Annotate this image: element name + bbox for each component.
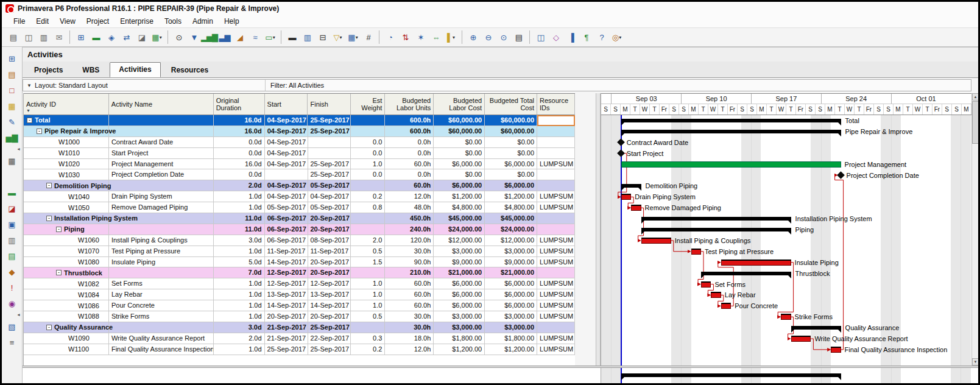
timescale-day-label[interactable]: T — [855, 104, 864, 115]
cell-start[interactable]: 05-Sep-2017 — [265, 202, 308, 213]
folders-icon[interactable]: ▦ — [5, 99, 19, 113]
timescale-day-label[interactable]: S — [601, 104, 611, 115]
cell-activity_name[interactable] — [109, 267, 214, 278]
cell-activity_id[interactable]: W1080 — [24, 257, 109, 268]
cell-original_duration[interactable]: 1.0d — [214, 246, 265, 257]
cell-budgeted_total_cost[interactable]: $6,000.00 — [485, 300, 537, 311]
cell-resource_ids[interactable] — [537, 115, 575, 126]
cell-budgeted_total_cost[interactable]: $0.00 — [485, 137, 537, 148]
column-header-resource_ids[interactable]: Resource IDs — [537, 94, 575, 115]
cell-activity_id[interactable]: W1070 — [24, 246, 109, 257]
cell-activity_id[interactable]: W1090 — [24, 333, 109, 344]
cell-finish[interactable]: 25-Sep-2017 — [308, 344, 351, 355]
cell-activity_id[interactable]: W1040 — [24, 191, 109, 202]
cell-activity_id[interactable]: W1010 — [24, 148, 109, 159]
cell-original_duration[interactable]: 16.0d — [214, 159, 265, 170]
table-row[interactable]: -Piping11.0d06-Sep-201720-Sep-2017240.0h… — [24, 224, 575, 235]
cell-activity_name[interactable] — [109, 180, 214, 191]
cell-activity_name[interactable] — [109, 126, 214, 137]
expenses-icon[interactable]: ▤ — [5, 249, 19, 263]
cell-start[interactable]: 04-Sep-2017 — [265, 191, 308, 202]
cell-resource_ids[interactable] — [537, 169, 575, 180]
cell-budgeted_total_cost[interactable]: $1,200.00 — [485, 344, 537, 355]
timescale-day-label[interactable]: S — [738, 104, 747, 115]
cell-activity_id[interactable]: W1050 — [24, 202, 109, 213]
timescale-week-label[interactable]: Oct 01 — [891, 94, 961, 104]
cell-budgeted_total_cost[interactable]: $24,000.00 — [485, 224, 537, 235]
cell-activity_name[interactable]: Drain Piping System — [109, 191, 214, 202]
cell-activity_id[interactable]: -Pipe Repair & Improve — [24, 126, 109, 137]
timescale-day-label[interactable]: T — [786, 104, 796, 115]
issues-icon[interactable]: ! — [5, 280, 19, 295]
cell-budgeted_total_cost[interactable]: $4,800.00 — [485, 202, 537, 213]
layout-selector[interactable]: ▼ Layout: Standard Layout — [23, 80, 266, 91]
cell-start[interactable]: 06-Sep-2017 — [265, 235, 308, 246]
pane-splitter[interactable] — [596, 93, 601, 366]
cell-budgeted_labor_units[interactable]: 120.0h — [385, 235, 434, 246]
cell-budgeted_labor_cost[interactable]: $6,000.00 — [434, 278, 485, 289]
timescale-day-label[interactable]: T — [718, 104, 728, 115]
cell-budgeted_labor_cost[interactable]: $1,200.00 — [434, 191, 485, 202]
cell-activity_id[interactable]: W1060 — [24, 235, 109, 246]
publish-icon[interactable]: ✉ — [51, 30, 66, 45]
cell-activity_id[interactable]: -Thrustblock — [24, 267, 109, 278]
collapse-left-icon[interactable]: ◄ — [2, 311, 22, 319]
scroll-down-icon[interactable]: ▼ — [972, 358, 979, 366]
cell-activity_id[interactable]: -Total — [24, 115, 109, 126]
resources-window-icon[interactable]: ▬ — [5, 185, 19, 200]
cell-finish[interactable]: 25-Sep-2017 — [308, 159, 351, 170]
cell-activity_name[interactable]: Remove Damaged Piping — [109, 202, 214, 213]
cell-activity_id[interactable]: W1084 — [24, 289, 109, 300]
print-icon[interactable]: ▤ — [5, 30, 21, 45]
column-header-budgeted_labor_units[interactable]: Budgeted Labor Units — [385, 94, 434, 115]
cell-activity_id[interactable]: -Quality Assurance — [24, 322, 109, 333]
gantt-bar-task[interactable] — [701, 281, 711, 288]
cell-finish[interactable]: 20-Sep-2017 — [308, 311, 351, 322]
cell-est_weight[interactable] — [351, 322, 385, 333]
cell-budgeted_total_cost[interactable]: $1,200.00 — [485, 191, 537, 202]
cell-budgeted_labor_units[interactable]: 600.0h — [385, 115, 434, 126]
cell-finish[interactable]: 04-Sep-2017 — [308, 191, 351, 202]
cell-budgeted_labor_cost[interactable]: $3,000.00 — [434, 322, 485, 333]
timescale-day-label[interactable]: M — [689, 104, 699, 115]
cell-activity_id[interactable]: W1082 — [24, 278, 109, 289]
cell-activity_name[interactable]: Write Quality Assurance Report — [109, 333, 214, 344]
cell-activity_name[interactable] — [109, 115, 214, 126]
gantt-bar-summary[interactable] — [791, 326, 841, 330]
cell-start[interactable]: 06-Sep-2017 — [265, 213, 308, 224]
cell-budgeted_labor_units[interactable]: 60.0h — [385, 180, 434, 191]
gantt-bar-summary[interactable] — [701, 272, 791, 275]
cell-budgeted_labor_cost[interactable]: $6,000.00 — [434, 159, 485, 170]
cell-budgeted_labor_units[interactable]: 90.0h — [385, 257, 434, 268]
cell-activity_id[interactable]: W1086 — [24, 300, 109, 311]
open-project-icon[interactable]: ▤ — [5, 67, 19, 82]
cell-original_duration[interactable]: 1.0d — [214, 300, 265, 311]
cell-original_duration[interactable]: 1.0d — [214, 202, 265, 213]
cell-est_weight[interactable]: 1.0 — [351, 289, 385, 300]
cell-budgeted_labor_units[interactable]: 18.0h — [385, 333, 434, 344]
cell-start[interactable]: 04-Sep-2017 — [265, 126, 308, 137]
cell-est_weight[interactable]: 0.5 — [351, 311, 385, 322]
cell-budgeted_labor_cost[interactable]: $3,000.00 — [434, 311, 485, 322]
cell-resource_ids[interactable] — [537, 224, 575, 235]
cell-budgeted_total_cost[interactable]: $6,000.00 — [485, 159, 537, 170]
timescale-day-label[interactable]: T — [699, 104, 708, 115]
relationship-lines-icon[interactable]: ⇔ — [428, 30, 443, 45]
find-icon[interactable]: ⊙ — [171, 30, 186, 45]
activity-usage-icon[interactable]: ▃▆ — [217, 30, 232, 45]
cell-budgeted_labor_cost[interactable]: $1,800.00 — [434, 333, 485, 344]
cell-original_duration[interactable]: 16.0d — [214, 126, 265, 137]
cell-budgeted_labor_cost[interactable]: $0.00 — [434, 148, 485, 159]
fill-down-icon[interactable]: ▼ — [186, 30, 202, 45]
cell-budgeted_labor_units[interactable]: 30.0h — [385, 311, 434, 322]
cell-activity_name[interactable]: Insulate Piping — [109, 257, 214, 268]
cell-original_duration[interactable]: 1.0d — [214, 278, 265, 289]
gantt-bar-task[interactable] — [621, 161, 841, 168]
cell-budgeted_labor_units[interactable]: 12.0h — [385, 344, 434, 355]
cell-est_weight[interactable]: 0.3 — [351, 333, 385, 344]
cell-budgeted_total_cost[interactable]: $6,000.00 — [485, 278, 537, 289]
cell-start[interactable]: 04-Sep-2017 — [265, 115, 308, 126]
cell-est_weight[interactable]: 1.0 — [351, 159, 385, 170]
globe-icon[interactable]: ◎▾ — [609, 30, 624, 45]
tracking-window-icon[interactable]: ▣ — [5, 217, 19, 231]
